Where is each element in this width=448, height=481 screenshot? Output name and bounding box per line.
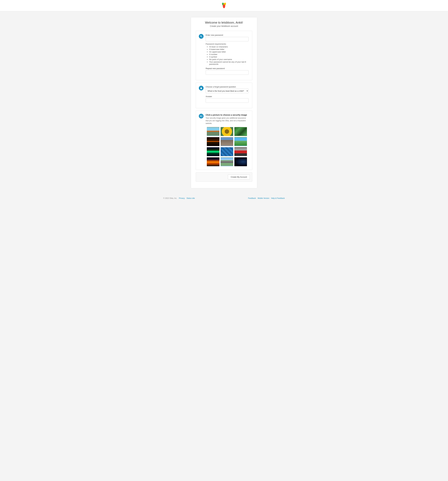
feedback-link[interactable]: Feedback <box>248 197 256 199</box>
req-item: A number <box>209 53 249 55</box>
svg-point-2 <box>223 4 225 8</box>
footer: © 2022 Okta, Inc. Privacy Status site Fe… <box>0 194 448 202</box>
logo-icon <box>220 2 228 9</box>
password-section-header: Enter new password Password requirements… <box>199 34 249 75</box>
header <box>0 0 448 11</box>
req-item: Your password cannot be any of your last… <box>209 61 249 65</box>
security-image-bridge-night[interactable] <box>207 137 220 146</box>
svg-point-7 <box>201 88 201 89</box>
footer-right: Feedback Mobile Version Help & Feedback <box>248 197 285 199</box>
answer-label: Answer <box>206 95 249 98</box>
copyright: © 2022 Okta, Inc. <box>163 197 177 199</box>
repeat-password-input[interactable] <box>206 70 249 75</box>
security-image-section: Click a picture to choose a security ima… <box>196 111 252 170</box>
status-link[interactable]: Status site <box>186 197 195 199</box>
repeat-password-label: Repeat new password <box>206 67 249 69</box>
svg-point-5 <box>201 36 201 36</box>
page-title: Welcome to letsbloom, Ankit! <box>196 21 252 24</box>
security-image-sunflower[interactable] <box>220 127 233 136</box>
password-section: Enter new password Password requirements… <box>196 31 252 80</box>
page-wrapper: Welcome to letsbloom, Ankit! Create your… <box>188 17 260 188</box>
answer-field: Answer <box>206 95 249 103</box>
create-account-button[interactable]: Create My Account <box>228 174 250 180</box>
security-image-road[interactable] <box>220 157 233 166</box>
security-image-green-texture[interactable] <box>234 127 247 136</box>
security-image-golden-gate[interactable] <box>207 127 220 136</box>
new-password-label: Enter new password <box>206 34 249 36</box>
security-image-red-car[interactable] <box>234 147 247 156</box>
answer-input[interactable] <box>206 98 249 103</box>
security-image-header: Click a picture to choose a security ima… <box>199 114 249 166</box>
new-password-input[interactable] <box>206 37 249 41</box>
footer-inner: © 2022 Okta, Inc. Privacy Status site Fe… <box>157 194 291 202</box>
security-image-desc: Your security image gives you additional… <box>206 117 249 125</box>
privacy-link[interactable]: Privacy <box>179 197 185 199</box>
security-image-title: Click a picture to choose a security ima… <box>206 114 249 116</box>
question-select[interactable]: What is the food you least liked as a ch… <box>206 89 249 93</box>
security-image-dark-wing[interactable] <box>234 157 247 166</box>
mobile-version-link[interactable]: Mobile Version <box>258 197 269 199</box>
security-image-sunset[interactable] <box>207 157 220 166</box>
req-item: At least 12 characters <box>209 46 249 48</box>
security-question-content: Choose a forgot password question What i… <box>206 86 249 103</box>
security-image-content: Click a picture to choose a security ima… <box>206 114 249 166</box>
security-image-stone-arch[interactable] <box>220 137 233 146</box>
page-subtitle: Create your letsbloom account <box>196 25 252 27</box>
security-question-header: Choose a forgot password question What i… <box>199 86 249 103</box>
security-image-cows[interactable] <box>234 137 247 146</box>
help-feedback-link[interactable]: Help & Feedback <box>271 197 285 199</box>
req-item: No parts of your username <box>209 58 249 60</box>
question-label: Choose a forgot password question <box>206 86 249 88</box>
logo <box>0 2 448 9</box>
main-card: Welcome to letsbloom, Ankit! Create your… <box>191 17 257 188</box>
security-image-blue-tiles[interactable] <box>220 147 233 156</box>
create-account-section: Create My Account <box>196 172 252 182</box>
image-grid <box>207 127 249 166</box>
lock-icon <box>199 86 204 90</box>
security-image-aurora[interactable] <box>207 147 220 156</box>
image-icon <box>199 114 204 119</box>
req-item: A symbol <box>209 56 249 58</box>
security-question-section: Choose a forgot password question What i… <box>196 83 252 108</box>
password-content: Enter new password Password requirements… <box>206 34 249 75</box>
requirements-list: At least 12 characters A lowercase lette… <box>206 46 249 65</box>
svg-line-4 <box>201 37 202 37</box>
footer-left: © 2022 Okta, Inc. Privacy Status site <box>163 197 195 199</box>
password-requirements: Password requirements: At least 12 chara… <box>206 43 249 65</box>
password-icon <box>199 34 204 39</box>
req-item: An uppercase letter <box>209 51 249 53</box>
req-item: A lowercase letter <box>209 48 249 50</box>
